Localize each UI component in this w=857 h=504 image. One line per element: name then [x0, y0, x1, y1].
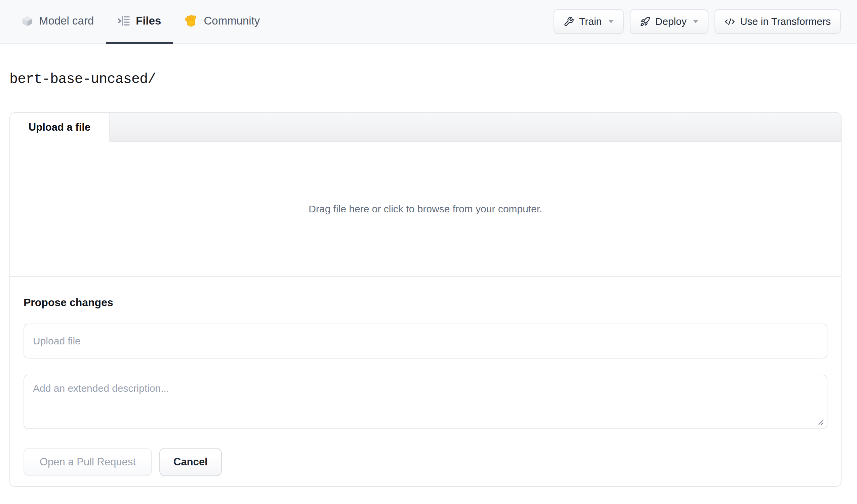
- upload-card: Upload a file Drag file here or click to…: [10, 112, 842, 487]
- caret-down-icon: [608, 20, 614, 23]
- tab-files[interactable]: Files: [106, 0, 173, 44]
- cancel-button[interactable]: Cancel: [159, 448, 222, 476]
- deploy-button-label: Deploy: [655, 16, 687, 27]
- tab-community[interactable]: Community: [173, 0, 272, 44]
- wrench-icon: [564, 16, 574, 27]
- tab-upload-a-file-label: Upload a file: [29, 121, 90, 133]
- dropzone-hint-text: Drag file here or click to browse from y…: [308, 203, 542, 215]
- description-field-wrap: [23, 375, 827, 429]
- file-dropzone[interactable]: Drag file here or click to browse from y…: [10, 142, 841, 276]
- use-in-transformers-button[interactable]: Use in Transformers: [715, 9, 841, 34]
- propose-changes-heading: Propose changes: [23, 296, 827, 309]
- resize-grip-icon[interactable]: [817, 419, 824, 426]
- file-versions-icon: [118, 15, 130, 27]
- propose-changes-section: Propose changes Open a Pull Request Canc…: [10, 276, 841, 486]
- repo-action-buttons: Train Deploy: [554, 0, 841, 43]
- repo-path: bert-base-uncased/: [10, 71, 842, 87]
- code-icon: [725, 16, 735, 27]
- tab-strip-filler: [109, 113, 841, 142]
- tab-model-card[interactable]: Model card: [10, 0, 106, 44]
- extended-description-textarea[interactable]: [23, 375, 827, 429]
- tab-files-label: Files: [136, 14, 161, 27]
- upload-tab-strip: Upload a file: [10, 113, 841, 142]
- waving-hand-icon: [185, 14, 198, 27]
- rocket-icon: [640, 16, 650, 27]
- use-in-transformers-label: Use in Transformers: [740, 16, 831, 27]
- train-button-label: Train: [579, 16, 602, 27]
- propose-actions-row: Open a Pull Request Cancel: [23, 448, 827, 476]
- main-content: bert-base-uncased/ Upload a file Drag fi…: [0, 71, 857, 487]
- cube-icon: [21, 15, 33, 27]
- open-pull-request-button[interactable]: Open a Pull Request: [23, 448, 152, 476]
- caret-down-icon: [693, 20, 699, 23]
- tab-upload-a-file[interactable]: Upload a file: [10, 113, 109, 142]
- tab-model-card-label: Model card: [39, 14, 94, 27]
- deploy-button[interactable]: Deploy: [630, 9, 708, 34]
- tab-community-label: Community: [204, 14, 260, 27]
- upload-file-input[interactable]: [23, 323, 827, 358]
- repo-navbar: Model card Files: [0, 0, 857, 44]
- repo-tabs: Model card Files: [10, 0, 272, 43]
- train-button[interactable]: Train: [554, 9, 623, 34]
